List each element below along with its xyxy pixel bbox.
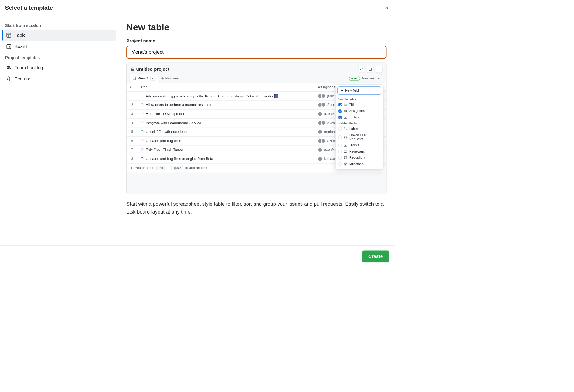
sidebar-item-label: Team backlog	[15, 65, 43, 70]
main-pane: New table Project name untitled project …	[118, 16, 395, 246]
sidebar-item-team-backlog[interactable]: Team backlog	[2, 62, 116, 73]
plus-icon	[130, 167, 133, 170]
row-number: 3	[127, 110, 138, 118]
new-view-label: New view	[165, 76, 180, 80]
people-icon	[344, 150, 347, 153]
people-icon	[344, 109, 347, 113]
sidebar-item-feature[interactable]: Feature	[2, 73, 116, 84]
lock-icon	[130, 67, 134, 71]
addrow-text: You can use	[135, 166, 154, 170]
svg-rect-12	[133, 77, 136, 80]
row-title: Updates and bug fixes to engine from Bet…	[146, 157, 213, 161]
row-title: Hero site - Development	[146, 112, 184, 116]
tools-icon	[6, 76, 12, 82]
field-repository[interactable]: Repository	[337, 155, 381, 161]
issue-open-icon	[140, 157, 144, 161]
avatar-stack	[318, 157, 322, 161]
table-icon	[6, 33, 12, 38]
create-button[interactable]: Create	[362, 250, 389, 262]
more-button[interactable]	[376, 66, 382, 73]
field-labels[interactable]: Labels	[337, 126, 381, 132]
field-milestone[interactable]: Milestone	[337, 161, 381, 167]
checkbox-icon	[338, 162, 342, 166]
checkbox-icon	[338, 135, 342, 139]
view-tab-menu[interactable]	[150, 76, 155, 81]
milestone-icon	[344, 162, 347, 166]
sidebar-section-templates: Project templates	[2, 54, 116, 62]
issue-open-icon	[140, 139, 144, 143]
row-number: 5	[127, 128, 138, 136]
checkbox-icon	[338, 156, 342, 159]
dialog-title: Select a template	[5, 5, 53, 11]
view-tab[interactable]: View 1	[129, 74, 158, 83]
sidebar-item-label: Table	[15, 32, 26, 38]
avatar-stack	[318, 103, 326, 107]
plus-icon	[340, 89, 343, 92]
kbd-ctrl: Ctrl	[156, 166, 165, 170]
row-title-cell[interactable]: Poly Fiber Finish Tapes	[138, 146, 315, 154]
svg-point-29	[142, 140, 142, 141]
row-title-cell[interactable]: Upsell / Growth experience	[138, 128, 315, 136]
project-name-input[interactable]	[126, 46, 386, 59]
avatar-stack	[318, 112, 322, 116]
field-linked-pr[interactable]: Linked Pull Requests	[337, 132, 381, 142]
field-tracks[interactable]: Tracks	[337, 142, 381, 148]
svg-point-42	[344, 136, 345, 137]
svg-rect-0	[7, 33, 11, 37]
sidebar-item-label: Feature	[15, 76, 30, 82]
row-number: 7	[127, 146, 138, 154]
issue-open-icon	[140, 94, 144, 98]
sidebar-item-table[interactable]: Table	[2, 30, 116, 41]
project-name-label: Project name	[126, 38, 386, 44]
board-icon	[6, 44, 12, 49]
sidebar-item-label: Board	[15, 44, 27, 49]
template-preview: untitled project View 1 New view Beta	[126, 63, 386, 194]
field-title[interactable]: Title	[337, 102, 381, 108]
field-reviewers[interactable]: Reviewers	[337, 148, 381, 155]
single-select-icon	[344, 116, 347, 119]
row-title-cell[interactable]: Updates and bug fixes	[138, 137, 315, 145]
row-title: Integrate with Leaderboard Service	[146, 121, 201, 125]
new-view-button[interactable]: New view	[158, 74, 183, 83]
svg-point-27	[142, 132, 142, 132]
row-number: 4	[127, 119, 138, 127]
row-title-cell[interactable]: Hero site - Development	[138, 110, 315, 118]
sidebar: Start from scratch Table Board Project t…	[0, 16, 118, 246]
git-pull-request-icon	[344, 135, 347, 139]
tasklist-icon	[344, 144, 347, 147]
checkbox-icon	[338, 109, 342, 113]
svg-point-21	[142, 105, 142, 105]
svg-point-41	[345, 128, 345, 128]
field-assignees[interactable]: Assignees	[337, 108, 381, 114]
issue-open-icon	[140, 121, 144, 125]
visible-fields-label: Visible fields	[337, 96, 381, 102]
graph-icon	[360, 68, 363, 71]
avatar-stack	[318, 139, 326, 143]
row-title-cell[interactable]: Integrate with Leaderboard Service	[138, 119, 315, 127]
field-status[interactable]: Status	[337, 114, 381, 120]
insights-button[interactable]	[358, 66, 365, 73]
col-title[interactable]: Title	[138, 83, 315, 92]
close-button[interactable]	[384, 5, 390, 11]
row-title-cell[interactable]: Add an easter egg which accepts the Kona…	[138, 92, 315, 100]
table-icon	[133, 77, 136, 80]
panel-button[interactable]	[367, 66, 374, 73]
give-feedback-link[interactable]: Give feedback	[362, 76, 382, 80]
svg-point-19	[142, 96, 142, 96]
avatar-stack	[318, 147, 322, 152]
sidebar-item-board[interactable]: Board	[2, 41, 116, 52]
svg-point-44	[346, 137, 347, 138]
issue-open-icon	[140, 112, 144, 116]
template-description: Start with a powerful spreadsheet style …	[126, 200, 386, 216]
row-title: Add an easter egg which accepts the Kona…	[146, 94, 278, 98]
new-field-label: New field	[345, 89, 359, 92]
checkbox-icon	[338, 116, 342, 119]
row-title: Poly Fiber Finish Tapes	[146, 148, 183, 152]
svg-point-43	[344, 137, 345, 138]
checkbox-icon	[338, 150, 342, 153]
new-field-button[interactable]: New field	[337, 86, 381, 94]
beta-badge: Beta	[349, 76, 360, 81]
row-number: 1	[127, 92, 138, 100]
row-title-cell[interactable]: Allow users to perform a manual resettin…	[138, 101, 315, 109]
row-title-cell[interactable]: Updates and bug fixes to engine from Bet…	[138, 155, 315, 163]
